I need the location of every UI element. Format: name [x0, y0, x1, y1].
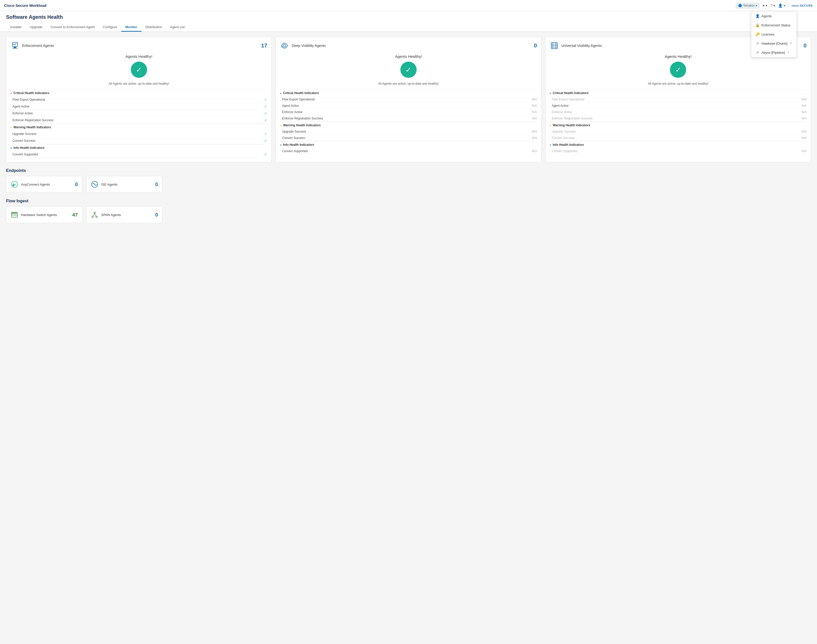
enforcement-menu-icon: 🔒	[756, 23, 759, 27]
deep-vis-card-title: Deep Visibility Agents	[291, 44, 531, 48]
dv-reg-label: Enforcer Registration Success	[282, 117, 323, 120]
tab-configure[interactable]: Configure	[99, 23, 121, 32]
dropdown-item-abyss[interactable]: ↗ Abyss [Pipeline] ⧉	[751, 48, 797, 57]
enforcement-agent-icon	[11, 41, 20, 50]
dv-convert-supported-row: Convert Supported N/A	[280, 148, 537, 155]
tab-agentlist[interactable]: Agent List	[166, 23, 189, 32]
top-nav-right: 🔵 Tetration ▾ ♥ ▾ ? ▾ 👤 ▾ cisco SECURE	[736, 3, 813, 8]
top-nav: Cisco Secure Workload 🔵 Tetration ▾ ♥ ▾ …	[0, 0, 817, 11]
dv-warning-text: Warning Health Indicators	[283, 123, 320, 127]
dv-convert-supported-na: N/A	[532, 149, 537, 153]
help-icon[interactable]: ? ▾	[770, 3, 775, 8]
enforcement-healthy-title: Agents Healthy!	[11, 54, 267, 58]
flow-ingest-section-title: Flow Ingest	[6, 199, 811, 203]
uv-agent-na: N/A	[802, 104, 806, 107]
svg-point-5	[283, 44, 286, 47]
uv-critical-dot: ●	[550, 92, 551, 95]
uv-enforcer-na: N/A	[802, 110, 806, 114]
svg-point-13	[12, 184, 14, 186]
upgrade-success-label: Upgrade Success	[12, 132, 37, 136]
uv-upgrade-na: N/A	[802, 130, 806, 133]
dropdown-hawkeye-label: Hawkeye [Charts]	[762, 41, 788, 45]
deep-vis-healthy-title: Agents Healthy!	[280, 54, 537, 58]
hardware-switch-title: Hardware Switch Agents	[21, 213, 70, 217]
convert-success-check: ✓	[264, 139, 267, 143]
app-title: Cisco Secure Workload	[4, 3, 736, 8]
enforcer-reg-label: Enforcer Registration Success	[12, 118, 53, 122]
tetration-label: Tetration	[743, 4, 755, 8]
enforcement-agent-count: 17	[261, 42, 267, 49]
user-icon[interactable]: 👤 ▾	[778, 3, 785, 8]
tab-installer[interactable]: Installer	[6, 23, 26, 32]
flow-export-label: Flow Export Operational	[12, 98, 45, 101]
svg-rect-19	[12, 213, 13, 213]
enforcement-card-header: Enforcement Agents 17	[11, 41, 267, 50]
health-row-convert-supported: Convert Supported ✓	[11, 151, 267, 158]
dropdown-item-agents[interactable]: 👤 Agents	[751, 11, 797, 20]
heart-icon[interactable]: ♥ ▾	[762, 3, 767, 8]
deep-vis-card-header: Deep Visibility Agents 0	[280, 41, 537, 50]
uv-convert-supported-row: Convert Supported N/A	[550, 148, 806, 155]
uv-convert-supported-na: N/A	[802, 149, 806, 153]
univ-vis-agent-icon	[550, 41, 559, 50]
svg-point-23	[94, 212, 95, 213]
enforcement-healthy-desc: All Agents are active, up-to-date and he…	[11, 82, 267, 86]
enforcement-critical-text: Critical Health Indicators	[14, 91, 49, 95]
health-row-enforcer-active: Enforcer Active ✓	[11, 110, 267, 117]
dv-health-row-enforcer: Enforcer Active N/A	[280, 109, 537, 115]
dropdown-agents-label: Agents	[762, 14, 772, 18]
cisco-brand: cisco	[792, 4, 799, 7]
chevron-down-icon: ▾	[756, 4, 757, 8]
ise-icon	[90, 180, 99, 189]
warning-dot: ●	[11, 126, 12, 129]
uv-flow-na: N/A	[802, 98, 806, 101]
svg-rect-1	[14, 47, 16, 48]
dropdown-item-licenses[interactable]: 🔑 Licenses	[751, 30, 797, 39]
hawkeye-menu-icon: ↗	[756, 41, 759, 45]
abyss-menu-icon: ↗	[756, 51, 759, 55]
dropdown-abyss-label: Abyss [Pipeline]	[762, 51, 785, 55]
univ-vis-warning-label: ● Warning Health Indicators	[550, 122, 806, 129]
dv-upgrade-row: Upgrade Success N/A	[280, 129, 537, 135]
svg-rect-22	[16, 213, 17, 213]
dv-critical-text: Critical Health Indicators	[283, 91, 319, 95]
dv-agent-na: N/A	[532, 104, 537, 107]
deep-vis-warning-label: ● Warning Health Indicators	[280, 122, 537, 129]
enforcer-reg-check: ✓	[264, 118, 267, 122]
dv-upgrade-na: N/A	[532, 130, 537, 133]
uv-warning-dot: ●	[550, 124, 551, 127]
deep-vis-check-circle: ✓	[400, 61, 417, 78]
ise-card: ISE Agents 0	[86, 176, 162, 193]
dropdown-enforcement-label: Enforcement Status	[762, 23, 790, 27]
enforcement-agents-card: Enforcement Agents 17 Agents Healthy! ✓ …	[6, 37, 271, 162]
tetration-dropdown-btn[interactable]: 🔵 Tetration ▾	[736, 3, 759, 8]
uv-agent-label: Agent Active	[552, 104, 569, 107]
dropdown-item-hawkeye[interactable]: ↗ Hawkeye [Charts] ⧉	[751, 39, 797, 48]
dv-convert-row: Convert Success N/A	[280, 135, 537, 141]
svg-rect-0	[12, 42, 17, 46]
uv-flow-label: Flow Export Operational	[552, 98, 584, 101]
tab-upgrade[interactable]: Upgrade	[26, 23, 47, 32]
dv-enforcer-label: Enforcer Active	[282, 110, 302, 114]
tab-monitor[interactable]: Monitor	[121, 23, 141, 32]
uv-health-row-enforcer: Enforcer Active N/A	[550, 109, 806, 115]
hardware-switch-icon	[11, 211, 18, 219]
deep-vis-agent-icon	[280, 41, 289, 50]
page-title: Software Agents Health	[6, 14, 811, 20]
span-title: SPAN Agents	[101, 213, 153, 217]
endpoints-row: AnyConnect Agents 0 ISE Agents 0	[6, 176, 811, 193]
dropdown-menu: 👤 Agents 🔒 Enforcement Status 🔑 Licenses…	[751, 11, 797, 57]
dropdown-item-enforcement[interactable]: 🔒 Enforcement Status	[751, 20, 797, 30]
svg-point-25	[96, 216, 97, 218]
flow-row: Hardware Switch Agents 47 SPAN Agents 0	[6, 206, 811, 223]
tab-distribution[interactable]: Distribution	[141, 23, 166, 32]
agent-active-check: ✓	[264, 104, 267, 109]
svg-line-27	[95, 213, 96, 216]
span-icon	[90, 211, 99, 219]
dv-info-dot: ●	[280, 144, 282, 146]
span-count: 0	[155, 212, 158, 218]
dropdown-licenses-label: Licenses	[762, 32, 774, 36]
dv-health-row-reg: Enforcer Registration Success N/A	[280, 115, 537, 122]
secure-brand: SECURE	[800, 4, 813, 7]
tab-convert[interactable]: Convert to Enforcement Agent	[46, 23, 99, 32]
